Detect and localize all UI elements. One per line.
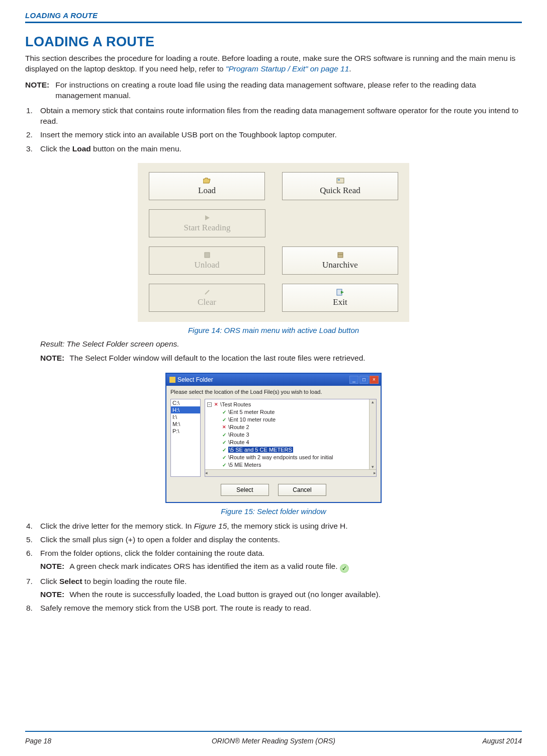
result-line: Result: The Select Folder screen opens. [40, 340, 522, 349]
unload-label: Unload [194, 260, 219, 270]
tree-node[interactable]: \Route 3 [228, 432, 249, 438]
tree-node[interactable]: \Route 2 [228, 424, 249, 430]
start-reading-button: Start Reading [149, 209, 265, 237]
page-footer: Page 18 ORION® Meter Reading System (ORS… [25, 737, 522, 745]
drive-item[interactable]: P:\ [171, 428, 200, 435]
step-1: 1.Obtain a memory stick that contains ro… [40, 105, 522, 127]
tree-collapse-icon[interactable]: − [207, 402, 212, 407]
scrollbar-vertical[interactable]: ▴▾ [369, 399, 376, 469]
play-icon [204, 214, 210, 222]
unarchive-button[interactable]: Unarchive [282, 246, 398, 275]
step-4-a: Click the drive letter for the memory st… [40, 522, 194, 530]
tree-node[interactable]: \Route with 2 way endpoints used for ini… [228, 454, 333, 460]
step-5: 5.Click the small plus sign (+) to open … [40, 534, 522, 545]
step-4-b: , the memory stick is using drive H. [227, 522, 347, 530]
close-button[interactable]: × [370, 376, 379, 384]
dialog-app-icon [169, 377, 175, 383]
figure-15: Select Folder _ □ × Please select the lo… [25, 373, 522, 516]
intro-text-b: . [349, 64, 351, 73]
exit-icon [336, 288, 344, 296]
step-4: 4. Click the drive letter for the memory… [40, 521, 522, 531]
drive-item[interactable]: I:\ [171, 413, 200, 421]
note-label: NOTE: [25, 79, 49, 101]
folder-open-icon [203, 177, 211, 185]
step-6-note-text: A green check mark indicates ORS has ide… [69, 562, 337, 570]
note-label: NOTE: [40, 589, 64, 600]
minimize-button[interactable]: _ [349, 376, 358, 384]
clear-button: Clear [149, 284, 265, 312]
result-note-text: The Select Folder window will default to… [69, 353, 365, 364]
drive-list[interactable]: C:\ H:\ I:\ M:\ P:\ [170, 399, 201, 477]
top-note: NOTE: For instructions on creating a rou… [25, 79, 522, 101]
svg-marker-9 [341, 291, 344, 294]
procedure-list: 1.Obtain a memory stick that contains ro… [25, 105, 522, 154]
step-7: 7. Click Select to begin loading the rou… [40, 576, 522, 600]
intro-paragraph: This section describes the procedure for… [25, 53, 522, 74]
valid-icon [221, 409, 227, 415]
svg-rect-5 [338, 253, 343, 258]
note-text: For instructions on creating a route loa… [55, 79, 522, 101]
svg-line-7 [205, 290, 209, 294]
header-rule [25, 22, 522, 23]
dialog-title-text: Select Folder [177, 376, 213, 383]
svg-marker-0 [203, 178, 210, 183]
dialog-titlebar[interactable]: Select Folder _ □ × [166, 374, 381, 386]
procedure-list-continued: 4. Click the drive letter for the memory… [25, 521, 522, 614]
ors-main-menu: Load Quick Read Start Reading [138, 163, 409, 322]
unload-button: Unload [149, 246, 265, 275]
exit-label: Exit [333, 297, 347, 307]
badge-icon [336, 177, 344, 185]
svg-rect-4 [205, 253, 210, 258]
exit-button[interactable]: Exit [282, 284, 398, 312]
step-1-text: Obtain a memory stick that contains rout… [40, 106, 518, 125]
step-7-a: Click [40, 577, 59, 585]
note-label: NOTE: [40, 561, 64, 573]
tree-node[interactable]: \Ent 10 meter route [228, 416, 276, 423]
tree-node[interactable]: \5 SE and 5 CE METERS [228, 447, 293, 453]
valid-icon [221, 432, 227, 438]
step-2-text: Insert the memory stick into an availabl… [40, 130, 337, 139]
valid-icon [221, 462, 227, 468]
step-3-bold: Load [72, 144, 91, 153]
step-6: 6.From the folder options, click the fol… [40, 548, 522, 573]
unarchive-label: Unarchive [322, 260, 358, 270]
note-label: NOTE: [40, 353, 64, 364]
svg-rect-2 [338, 179, 340, 181]
result-note: NOTE: The Select Folder window will defa… [40, 353, 522, 364]
tree-node[interactable]: \Test Routes [220, 401, 251, 407]
step-3: 3. Click the Load button on the main men… [40, 143, 522, 154]
load-button-label: Load [198, 186, 216, 196]
step-3-a: Click the [40, 144, 72, 153]
tree-node[interactable]: \5 ME Meters [228, 462, 261, 468]
tree-node[interactable]: \Ent 5 meter Route [228, 409, 275, 415]
step-4-ref: Figure 15 [194, 522, 227, 530]
step-3-b: button on the main menu. [91, 144, 181, 153]
footer-doc-title: ORION® Meter Reading System (ORS) [25, 737, 522, 745]
footer-rule [25, 731, 522, 732]
figure-14-caption: Figure 14: ORS main menu with active Loa… [25, 326, 522, 334]
invalid-icon [213, 402, 219, 407]
drive-item[interactable]: M:\ [171, 421, 200, 428]
drive-item[interactable]: H:\ [171, 406, 200, 413]
scrollbar-horizontal[interactable]: ◂▸ [205, 469, 376, 476]
intro-crossref-link[interactable]: "Program Startup / Exit" on page 11 [226, 64, 349, 73]
drive-item[interactable]: C:\ [171, 399, 200, 406]
figure-15-caption: Figure 15: Select folder window [25, 507, 522, 516]
step-8: 8.Safely remove the memory stick from th… [40, 603, 522, 613]
running-header: LOADING A ROUTE [25, 11, 522, 20]
cancel-button[interactable]: Cancel [278, 484, 326, 496]
floppy-icon [204, 251, 210, 259]
folder-tree[interactable]: −\Test Routes \Ent 5 meter Route \Ent 10… [205, 399, 377, 477]
tree-node[interactable]: \Route 4 [228, 439, 249, 445]
figure-14: Load Quick Read Start Reading [25, 163, 522, 334]
valid-icon [221, 447, 227, 453]
section-title: LOADING A ROUTE [25, 34, 522, 50]
step-8-text: Safely remove the memory stick from the … [40, 604, 311, 612]
load-button[interactable]: Load [149, 172, 265, 200]
broom-icon [204, 288, 211, 296]
maximize-button[interactable]: □ [359, 376, 369, 384]
quick-read-label: Quick Read [320, 186, 360, 196]
quick-read-button[interactable]: Quick Read [282, 172, 398, 200]
clear-label: Clear [198, 297, 216, 307]
select-button[interactable]: Select [221, 484, 269, 496]
